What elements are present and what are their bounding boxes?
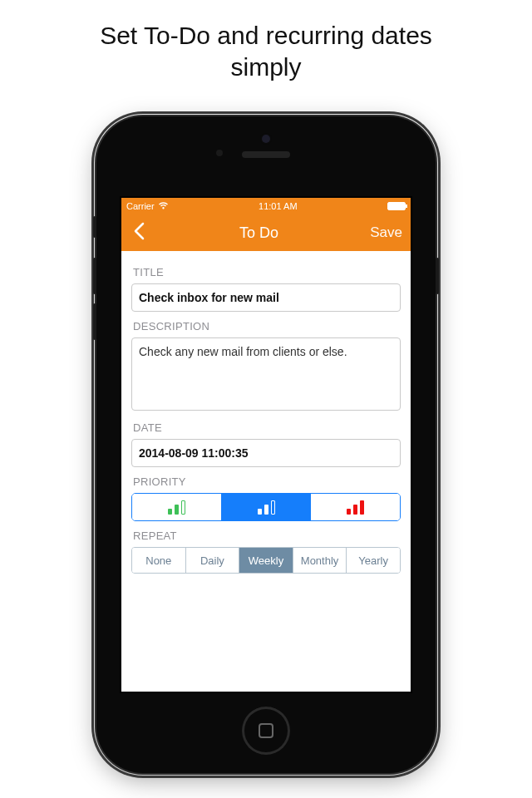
description-input[interactable] [131,337,401,411]
bars-medium-icon [258,500,275,515]
status-time: 11:01 AM [259,201,297,211]
speaker [242,151,290,158]
bars-high-icon [347,500,364,515]
bars-low-icon [168,500,185,515]
home-square-icon [259,723,273,738]
title-input[interactable] [131,283,401,312]
chevron-left-icon [133,222,145,240]
repeat-section-label: REPEAT [133,530,399,542]
promo-line2: simply [230,53,301,81]
screen: Carrier 11:01 AM To Do Save TITLE DESCRI… [120,196,412,693]
date-section-label: DATE [133,421,399,434]
repeat-none[interactable]: None [132,548,186,573]
save-button[interactable]: Save [370,224,402,241]
repeat-none-label: None [145,554,171,567]
repeat-monthly[interactable]: Monthly [293,548,347,573]
battery-icon [387,202,406,210]
volume-down [93,303,96,340]
description-section-label: DESCRIPTION [133,320,399,332]
repeat-daily[interactable]: Daily [186,548,240,573]
carrier-label: Carrier [126,201,155,211]
repeat-yearly[interactable]: Yearly [347,548,400,573]
home-button[interactable] [242,707,290,755]
promo-line1: Set To-Do and recurring dates [100,22,432,49]
promo-title: Set To-Do and recurring dates simply [0,0,532,82]
priority-medium[interactable] [222,494,312,520]
priority-segmented [131,493,401,521]
repeat-daily-label: Daily [200,554,224,567]
priority-section-label: PRIORITY [133,475,399,488]
form-content: TITLE DESCRIPTION DATE PRIORITY REPEAT [121,251,411,692]
repeat-monthly-label: Monthly [301,554,339,567]
title-section-label: TITLE [133,266,399,278]
repeat-yearly-label: Yearly [358,554,388,567]
phone-frame: Carrier 11:01 AM To Do Save TITLE DESCRI… [96,116,436,773]
back-button[interactable] [130,222,148,244]
power-button [436,258,439,294]
mute-switch [93,216,96,238]
nav-bar: To Do Save [121,214,411,251]
repeat-weekly-label: Weekly [249,554,283,567]
front-camera [262,135,270,143]
repeat-segmented: None Daily Weekly Monthly Yearly [131,547,401,574]
priority-high[interactable] [311,494,400,520]
repeat-weekly[interactable]: Weekly [239,548,293,573]
page-title: To Do [239,224,278,242]
volume-up [93,258,96,294]
wifi-icon [158,201,169,211]
date-input[interactable] [131,439,401,467]
status-bar: Carrier 11:01 AM [121,198,411,214]
priority-low[interactable] [132,494,222,520]
proximity-sensor [216,150,223,156]
